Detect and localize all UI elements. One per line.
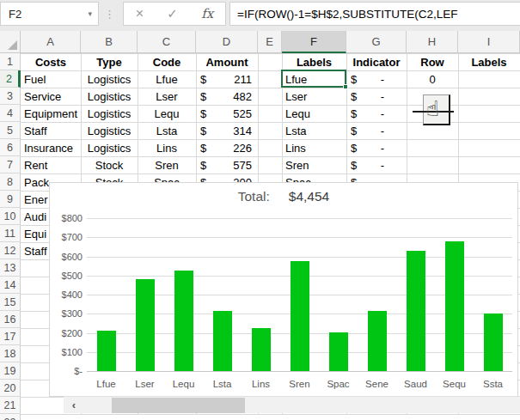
column-header-D[interactable]: D xyxy=(196,31,258,53)
row-header-21[interactable]: 21 xyxy=(0,397,21,414)
cell-G1[interactable]: Indicator xyxy=(346,53,407,70)
row-header-15[interactable]: 15 xyxy=(0,294,21,311)
cell-C6[interactable]: Lins xyxy=(138,139,196,156)
cell-D4[interactable]: $525 xyxy=(196,105,258,122)
cell-G5[interactable]: $- xyxy=(346,122,407,139)
cell-F5[interactable]: Lsta xyxy=(282,122,346,139)
cell-D3[interactable]: $482 xyxy=(196,88,258,105)
cell-A6[interactable]: Insurance xyxy=(21,139,81,156)
cell-C4[interactable]: Lequ xyxy=(138,105,196,122)
column-header-F[interactable]: F xyxy=(282,31,346,53)
bar-Ssta[interactable] xyxy=(484,313,503,371)
cell-B3[interactable]: Logistics xyxy=(81,88,138,105)
scroll-left-arrow-icon[interactable]: ‹ xyxy=(64,399,84,411)
column-header-H[interactable]: H xyxy=(407,31,458,53)
cell-D1[interactable]: Amount xyxy=(196,53,258,70)
bar-Lins[interactable] xyxy=(252,328,271,371)
row-header-17[interactable]: 17 xyxy=(0,328,21,345)
cell-C1[interactable]: Code xyxy=(138,53,196,70)
cell-F1[interactable]: Labels xyxy=(282,53,346,70)
cell-A2[interactable]: Fuel xyxy=(21,70,81,88)
cell-D7[interactable]: $575 xyxy=(196,156,258,173)
cell-A3[interactable]: Service xyxy=(21,88,81,105)
cell-G4[interactable]: $- xyxy=(346,105,407,122)
cell-D5[interactable]: $314 xyxy=(196,122,258,139)
cell-I1[interactable]: Labels xyxy=(458,53,520,70)
insert-function-icon[interactable]: fx xyxy=(201,6,213,21)
bar-chart[interactable]: Total:$4,454 $800$700$600$500$400$300$20… xyxy=(49,182,518,397)
bar-Lsta[interactable] xyxy=(213,311,232,371)
column-header-G[interactable]: G xyxy=(346,31,407,53)
row-header-4[interactable]: 4 xyxy=(0,105,21,122)
x-axis-label-Ssta: Ssta xyxy=(474,379,512,389)
column-header-I[interactable]: I xyxy=(458,31,520,53)
cell-G3[interactable]: $- xyxy=(346,88,407,105)
cell-A4[interactable]: Equipment xyxy=(21,105,81,122)
row-header-11[interactable]: 11 xyxy=(0,225,21,242)
cell-F6[interactable]: Lins xyxy=(282,139,346,156)
cell-F4[interactable]: Lequ xyxy=(282,105,346,122)
name-box-dropdown-icon[interactable]: ▾ xyxy=(88,9,98,18)
bar-Sene[interactable] xyxy=(368,311,387,371)
row-header-12[interactable]: 12 xyxy=(0,242,21,259)
cell-B1[interactable]: Type xyxy=(81,53,138,70)
row-header-18[interactable]: 18 xyxy=(0,345,21,362)
cell-C7[interactable]: Sren xyxy=(138,156,196,173)
row-header-1[interactable]: 1 xyxy=(0,53,21,70)
cell-A5[interactable]: Staff xyxy=(21,122,81,139)
enter-icon[interactable]: ✓ xyxy=(167,6,178,21)
row-header-8[interactable]: 8 xyxy=(0,173,21,191)
cell-C2[interactable]: Lfue xyxy=(138,70,196,88)
row-header-2[interactable]: 2 xyxy=(0,70,21,88)
bar-Lser[interactable] xyxy=(136,279,155,371)
bar-Sren[interactable] xyxy=(291,261,309,371)
bar-Saud[interactable] xyxy=(407,251,425,371)
row-header-16[interactable]: 16 xyxy=(0,311,21,328)
cell-G2[interactable]: $- xyxy=(346,70,407,88)
cell-B4[interactable]: Logistics xyxy=(81,105,138,122)
scrollbar-thumb[interactable] xyxy=(112,398,245,413)
bar-Lequ[interactable] xyxy=(174,271,193,371)
column-header-C[interactable]: C xyxy=(138,31,196,53)
cell-B7[interactable]: Stock xyxy=(81,156,138,173)
row-header-9[interactable]: 9 xyxy=(0,191,21,208)
column-header-E[interactable]: E xyxy=(258,31,282,53)
cell-G7[interactable]: $- xyxy=(346,156,407,173)
column-header-A[interactable]: A xyxy=(21,31,81,53)
row-header-3[interactable]: 3 xyxy=(0,88,21,105)
cell-H2[interactable]: 0 xyxy=(407,70,458,88)
cancel-icon[interactable]: × xyxy=(136,6,144,21)
row-header-14[interactable]: 14 xyxy=(0,277,21,294)
bar-Spac[interactable] xyxy=(329,332,348,371)
bar-Sequ[interactable] xyxy=(445,241,464,371)
cell-D6[interactable]: $226 xyxy=(196,139,258,156)
row-header-20[interactable]: 20 xyxy=(0,380,21,397)
cell-D2[interactable]: $211 xyxy=(196,70,258,88)
row-header-10[interactable]: 10 xyxy=(0,208,21,225)
name-box[interactable]: F2 ▾ xyxy=(0,2,99,26)
row-header-5[interactable]: 5 xyxy=(0,122,21,139)
cell-C3[interactable]: Lser xyxy=(138,88,196,105)
horizontal-scrollbar[interactable]: ‹ xyxy=(64,396,520,413)
cell-A1[interactable]: Costs xyxy=(21,53,81,70)
row-header-6[interactable]: 6 xyxy=(0,139,21,156)
cell-F7[interactable]: Sren xyxy=(282,156,346,173)
cell-F3[interactable]: Lser xyxy=(282,88,346,105)
column-header-B[interactable]: B xyxy=(81,31,138,53)
row-header-22[interactable]: 22 xyxy=(0,414,21,420)
cell-C5[interactable]: Lsta xyxy=(138,122,196,139)
row-header-19[interactable]: 19 xyxy=(0,362,21,380)
cell-G6[interactable]: $- xyxy=(346,139,407,156)
row-header-13[interactable]: 13 xyxy=(0,259,21,277)
formula-input[interactable]: =IF(ROW()-1=$H$2,SUBSTITUTE(C2,LEF xyxy=(229,2,520,26)
cell-B6[interactable]: Logistics xyxy=(81,139,138,156)
row-header-7[interactable]: 7 xyxy=(0,156,21,173)
cell-H1[interactable]: Row xyxy=(407,53,458,70)
cell-B5[interactable]: Logistics xyxy=(81,122,138,139)
select-all-button[interactable] xyxy=(0,31,21,53)
spin-button-control[interactable]: ☝ xyxy=(413,93,456,129)
cell-A7[interactable]: Rent xyxy=(21,156,81,173)
bar-Lfue[interactable] xyxy=(97,331,116,371)
fill-handle[interactable] xyxy=(343,84,348,89)
cell-B2[interactable]: Logistics xyxy=(81,70,138,88)
